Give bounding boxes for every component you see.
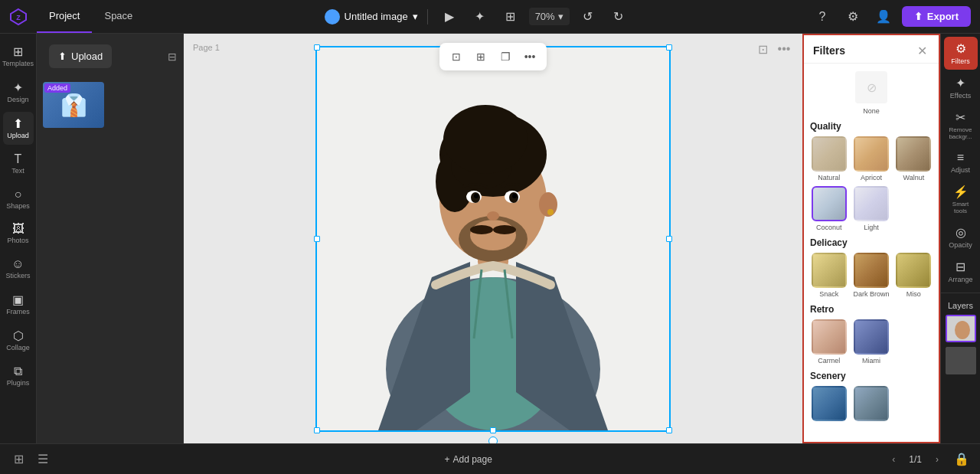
right-tool-smart[interactable]: ⚡ Smart tools bbox=[944, 180, 978, 219]
collage-icon: ⬡ bbox=[13, 329, 24, 343]
undo-button[interactable]: ↺ bbox=[576, 5, 600, 29]
filters-content: ⊘ None Quality Natural Apricot Wal bbox=[804, 64, 939, 442]
upload-thumb-1[interactable]: 👔 Added bbox=[43, 82, 104, 128]
resize-handle-ml[interactable] bbox=[314, 236, 320, 242]
smart-tool-label: Smart tools bbox=[947, 201, 975, 214]
zoom-control[interactable]: 70% ▾ bbox=[529, 8, 570, 25]
effects-tool-icon: ✦ bbox=[956, 76, 965, 90]
right-tool-opacity[interactable]: ◎ Opacity bbox=[944, 221, 978, 253]
resize-handle-bc[interactable] bbox=[490, 427, 496, 433]
sidebar-item-collage[interactable]: ⬡ Collage bbox=[3, 324, 34, 357]
svg-point-17 bbox=[470, 220, 516, 250]
filter-apricot[interactable]: Apricot bbox=[852, 136, 890, 181]
export-button[interactable]: ⬆ Export bbox=[902, 6, 971, 27]
rotate-handle[interactable] bbox=[488, 436, 498, 444]
document-name: Untitled image bbox=[345, 11, 408, 22]
filter-none[interactable]: ⊘ None bbox=[810, 70, 933, 115]
canvas-more-btn[interactable]: ••• bbox=[519, 46, 541, 67]
magic-button[interactable]: ✦ bbox=[468, 5, 492, 29]
frames-label: Frames bbox=[6, 309, 30, 316]
arrange-tool-icon: ⊟ bbox=[956, 260, 965, 274]
filter-section-quality: Quality bbox=[810, 121, 933, 132]
sidebar-item-design[interactable]: ✦ Design bbox=[3, 76, 34, 109]
resize-handle-mr[interactable] bbox=[666, 236, 672, 242]
filter-snack[interactable]: Snack bbox=[810, 253, 848, 298]
filter-walnut[interactable]: Walnut bbox=[895, 136, 933, 181]
resize-handle-tl[interactable] bbox=[314, 44, 320, 51]
right-tool-adjust[interactable]: ≡ Adjust bbox=[944, 146, 978, 178]
sidebar-item-shapes[interactable]: ○ Shapes bbox=[3, 183, 34, 215]
layer-item-2[interactable] bbox=[946, 347, 976, 374]
topbar-center: Untitled image ▾ ▶ ✦ ⊞ 70% ▾ ↺ ↻ bbox=[145, 5, 809, 29]
sidebar-item-stickers[interactable]: ☺ Stickers bbox=[3, 253, 34, 285]
plugins-label: Plugins bbox=[7, 380, 30, 387]
settings-button[interactable]: ⚙ bbox=[841, 5, 865, 29]
next-page-btn[interactable]: › bbox=[928, 450, 946, 469]
layout-button[interactable]: ⊞ bbox=[498, 5, 523, 29]
grid-view-btn[interactable]: ⊞ bbox=[9, 450, 28, 469]
frames-icon: ▣ bbox=[12, 293, 24, 307]
add-page-button[interactable]: + Add page bbox=[444, 454, 492, 465]
sidebar-item-plugins[interactable]: ⧉ Plugins bbox=[3, 360, 34, 392]
right-tool-arrange[interactable]: ⊟ Arrange bbox=[944, 255, 978, 288]
stickers-icon: ☺ bbox=[11, 257, 24, 271]
right-tool-filters[interactable]: ⚙ Filters bbox=[944, 37, 978, 70]
filter-natural-thumb bbox=[812, 136, 847, 172]
sidebar-item-frames[interactable]: ▣ Frames bbox=[3, 288, 34, 321]
filter-section-scenery: Scenery bbox=[810, 371, 933, 381]
filter-coconut[interactable]: Coconut bbox=[810, 186, 848, 231]
canvas-resize-btn[interactable]: ⊡ bbox=[446, 46, 467, 67]
filter-scenery1-thumb bbox=[812, 386, 847, 421]
lock-btn[interactable]: 🔒 bbox=[952, 450, 971, 469]
filter-carmel[interactable]: Carmel bbox=[810, 319, 848, 364]
filter-section-retro: Retro bbox=[810, 304, 933, 315]
filter-apricot-thumb bbox=[854, 136, 889, 172]
smart-tool-icon: ⚡ bbox=[953, 185, 969, 199]
filter-scenery2[interactable] bbox=[852, 386, 890, 421]
filter-natural[interactable]: Natural bbox=[810, 136, 848, 181]
list-view-btn[interactable]: ☰ bbox=[34, 450, 52, 469]
share-button[interactable]: 👤 bbox=[871, 5, 896, 29]
tab-project[interactable]: Project bbox=[37, 0, 92, 33]
add-page-icon: + bbox=[444, 454, 449, 465]
right-tool-effects[interactable]: ✦ Effects bbox=[944, 71, 978, 104]
remove-bg-tool-label: Remove backgr... bbox=[947, 126, 975, 140]
sidebar-item-text[interactable]: T Text bbox=[3, 148, 34, 180]
right-tool-remove-bg[interactable]: ✂ Remove backgr... bbox=[944, 106, 978, 145]
sidebar-item-photos[interactable]: 🖼 Photos bbox=[3, 217, 34, 250]
filter-light[interactable]: Light bbox=[852, 186, 890, 231]
sidebar-item-upload[interactable]: ⬆ Upload bbox=[3, 112, 34, 145]
filter-miami-label: Miami bbox=[862, 357, 880, 364]
resize-handle-br[interactable] bbox=[666, 427, 672, 433]
layer-item-1[interactable] bbox=[946, 315, 976, 342]
play-button[interactable]: ▶ bbox=[437, 5, 462, 29]
resize-handle-tr[interactable] bbox=[666, 44, 672, 51]
redo-button[interactable]: ↻ bbox=[606, 5, 631, 29]
resize-handle-bl[interactable] bbox=[314, 427, 320, 433]
prev-page-btn[interactable]: ‹ bbox=[884, 450, 903, 469]
sidebar-item-templates[interactable]: ⊞ Templates bbox=[3, 40, 34, 73]
canvas-area[interactable]: Page 1 ⊡ ••• ⊡ ⊞ ❐ ••• bbox=[184, 34, 802, 443]
filter-delicacy-grid: Snack Dark Brown Miso bbox=[810, 253, 933, 298]
filter-miso[interactable]: Miso bbox=[895, 253, 933, 298]
canvas-grid-btn[interactable]: ⊞ bbox=[470, 46, 492, 67]
canvas-image-container[interactable] bbox=[315, 46, 671, 432]
filter-dark-brown[interactable]: Dark Brown bbox=[852, 253, 890, 298]
filters-close-button[interactable]: ✕ bbox=[914, 43, 929, 58]
upload-button[interactable]: ⬆ Upload bbox=[49, 44, 112, 68]
svg-rect-31 bbox=[946, 347, 976, 374]
upload-grid: 👔 Added bbox=[37, 79, 183, 131]
canvas-clone-btn[interactable]: ❐ bbox=[495, 46, 516, 67]
bottom-left: ⊞ ☰ bbox=[9, 450, 52, 469]
canvas-wrapper bbox=[184, 34, 802, 443]
help-button[interactable]: ? bbox=[810, 5, 835, 29]
filter-walnut-thumb bbox=[896, 136, 931, 172]
filter-scenery-grid bbox=[810, 386, 933, 421]
filter-miami[interactable]: Miami bbox=[852, 319, 890, 364]
panel-toggle[interactable]: ⊟ bbox=[168, 51, 177, 63]
tab-space[interactable]: Space bbox=[92, 0, 145, 33]
document-dropdown-icon[interactable]: ▾ bbox=[413, 11, 418, 22]
filter-scenery1[interactable] bbox=[810, 386, 848, 421]
topbar: Z Project Space Untitled image ▾ ▶ ✦ ⊞ 7… bbox=[0, 0, 980, 34]
design-label: Design bbox=[7, 96, 28, 104]
